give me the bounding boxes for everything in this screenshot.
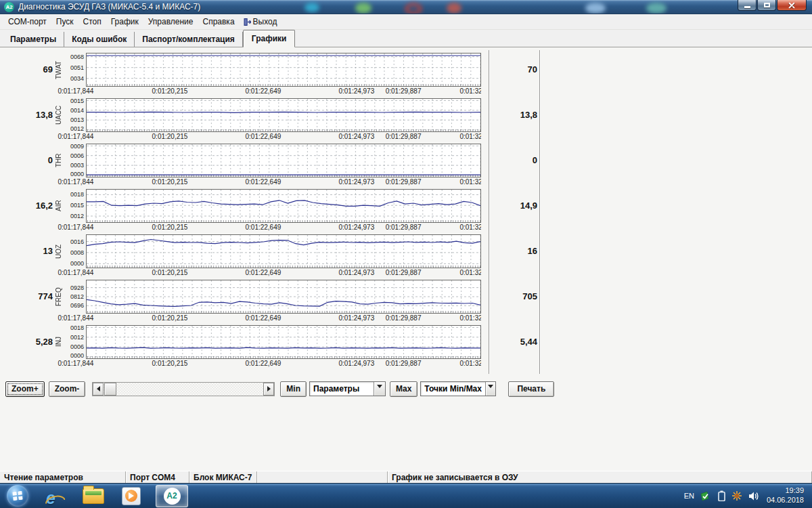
glass-blob bbox=[646, 3, 667, 14]
chart-y-ticks: 0018001200060000 bbox=[64, 325, 86, 359]
chart-axis-name: UACC bbox=[53, 98, 64, 132]
menu-item-start[interactable]: Пуск bbox=[51, 16, 78, 28]
window-controls bbox=[737, 0, 807, 11]
right-arrow-icon bbox=[267, 386, 273, 391]
file-explorer-icon[interactable] bbox=[83, 488, 104, 504]
combo-dropdown-button[interactable] bbox=[485, 382, 495, 396]
status-bar: Чтение параметровПорт COM4Блок МИКАС-7Гр… bbox=[0, 471, 812, 483]
chart-plot[interactable] bbox=[86, 144, 481, 177]
parameters-combo[interactable]: Параметры bbox=[309, 381, 386, 396]
chart-x-labels: 0:01:17,8440:01:20,2150:01:22,6490:01:24… bbox=[55, 177, 481, 186]
check-badge-icon[interactable] bbox=[700, 491, 712, 501]
chart-plot-column: 0:01:17,8440:01:20,2150:01:22,6490:01:24… bbox=[86, 280, 481, 325]
print-button[interactable]: Печать bbox=[508, 381, 554, 397]
titlebar: A2 Диагностика ЭСУД ГАЗ (МИКАС-5.4 и МИК… bbox=[0, 0, 812, 14]
chart-current-value-right: 16 bbox=[506, 246, 537, 256]
clock[interactable]: 19:39 04.06.2018 bbox=[767, 486, 804, 505]
chart-y-ticks: 006800510034 bbox=[64, 53, 86, 87]
chart-x-labels: 0:01:17,8440:01:20,2150:01:22,6490:01:24… bbox=[55, 268, 481, 277]
left-arrow-icon bbox=[94, 386, 100, 391]
volume-icon[interactable] bbox=[748, 491, 761, 501]
chart-plot[interactable] bbox=[86, 98, 481, 132]
start-button[interactable] bbox=[7, 485, 28, 507]
internet-explorer-icon[interactable]: e bbox=[46, 490, 65, 502]
chart-x-labels: 0:01:17,8440:01:20,2150:01:22,6490:01:24… bbox=[55, 359, 481, 368]
chart-axis-name: INJ bbox=[53, 325, 64, 359]
chart-plot-column: 0:01:17,8440:01:20,2150:01:22,6490:01:24… bbox=[86, 144, 481, 189]
chart-current-value-left: 16,2 bbox=[0, 189, 53, 234]
parameters-combo-value: Параметры bbox=[310, 384, 374, 394]
menu-item-control[interactable]: Управление bbox=[143, 16, 198, 28]
maximize-icon bbox=[764, 3, 770, 7]
chart-y-ticks: 001600080000 bbox=[64, 234, 86, 268]
chart-row-inj: 5,28INJ00180012000600000:01:17,8440:01:2… bbox=[0, 325, 812, 371]
chart-current-value-right: 5,44 bbox=[506, 337, 537, 347]
chart-plot-column: 0:01:17,8440:01:20,2150:01:22,6490:01:24… bbox=[86, 325, 481, 371]
combo-dropdown-button[interactable] bbox=[374, 382, 385, 396]
chart-plot-column: 0:01:17,8440:01:20,2150:01:22,6490:01:24… bbox=[86, 234, 481, 280]
glass-blob bbox=[585, 3, 606, 14]
tab-passport[interactable]: Паспорт/комплектация bbox=[135, 32, 243, 47]
minimize-icon bbox=[744, 6, 750, 8]
chart-plot[interactable] bbox=[86, 189, 481, 223]
window-title: Диагностика ЭСУД ГАЗ (МИКАС-5.4 и МИКАС-… bbox=[18, 2, 200, 12]
spark-icon[interactable] bbox=[731, 490, 742, 501]
menu-item-exit[interactable]: Выход bbox=[240, 16, 281, 28]
scroll-right-button[interactable] bbox=[263, 383, 274, 396]
chart-current-value-right: 14,9 bbox=[506, 200, 537, 211]
points-combo-value: Точки Min/Max bbox=[421, 384, 485, 394]
windows-start-orb-icon bbox=[12, 490, 23, 501]
chart-axis-name: AIR bbox=[53, 189, 64, 223]
chart-current-value-right: 0 bbox=[506, 155, 537, 165]
maximize-button[interactable] bbox=[757, 0, 776, 11]
chart-x-labels: 0:01:17,8440:01:20,2150:01:22,6490:01:24… bbox=[55, 87, 481, 96]
tab-parameters[interactable]: Параметры bbox=[3, 32, 64, 47]
battery-icon[interactable] bbox=[718, 490, 725, 501]
language-indicator[interactable]: EN bbox=[684, 492, 694, 500]
clock-date: 04.06.2018 bbox=[767, 496, 804, 505]
exit-door-icon bbox=[244, 18, 251, 26]
chart-current-value-right: 705 bbox=[506, 291, 537, 301]
chart-current-value-left: 69 bbox=[0, 53, 53, 98]
media-player-icon[interactable] bbox=[122, 487, 141, 505]
chart-y-ticks: 092808120696 bbox=[64, 280, 86, 314]
horizontal-scrollbar[interactable] bbox=[92, 382, 275, 396]
status-segment-graph-ram-warning: График не записывается в ОЗУ bbox=[388, 471, 812, 483]
a2-app-icon: A2 bbox=[164, 488, 181, 505]
chart-plot[interactable] bbox=[86, 53, 481, 87]
chart-row-air: 16,2AIR0018001500120:01:17,8440:01:20,21… bbox=[0, 189, 812, 234]
menu-item-com-port[interactable]: СОМ-порт bbox=[3, 16, 51, 28]
tab-graphs[interactable]: Графики bbox=[243, 30, 296, 47]
points-minmax-combo[interactable]: Точки Min/Max bbox=[420, 381, 496, 396]
app-icon: A2 bbox=[4, 2, 14, 12]
chart-plot[interactable] bbox=[86, 325, 481, 359]
minimize-button[interactable] bbox=[738, 0, 757, 11]
chart-plot[interactable] bbox=[86, 234, 481, 268]
zoom-out-button[interactable]: Zoom- bbox=[49, 381, 86, 397]
chart-current-value-left: 13,8 bbox=[0, 98, 53, 144]
chart-plot[interactable] bbox=[86, 280, 481, 314]
status-segment-reading-status: Чтение параметров bbox=[0, 471, 126, 483]
menu-item-stop[interactable]: Стоп bbox=[78, 16, 106, 28]
zoom-in-button[interactable]: Zoom+ bbox=[5, 381, 45, 397]
scrollbar-track[interactable] bbox=[104, 383, 263, 396]
client-area: 69TWAT0068005100340:01:17,8440:01:20,215… bbox=[0, 47, 812, 471]
charts-panel: 69TWAT0068005100340:01:17,8440:01:20,215… bbox=[0, 47, 812, 371]
clock-time: 19:39 bbox=[767, 486, 804, 496]
scroll-left-button[interactable] bbox=[93, 383, 104, 396]
tab-error-codes[interactable]: Коды ошибок bbox=[64, 32, 135, 47]
menu-item-graph[interactable]: График bbox=[106, 16, 143, 28]
taskbar-app-a2[interactable]: A2 bbox=[156, 485, 188, 507]
chevron-down-icon bbox=[377, 385, 382, 391]
status-segment-ecu-block: Блок МИКАС-7 bbox=[189, 471, 257, 483]
close-button[interactable] bbox=[777, 0, 807, 11]
min-button[interactable]: Min bbox=[280, 381, 307, 397]
scrollbar-thumb[interactable] bbox=[104, 383, 116, 396]
chart-row-uoz: 13UOZ0016000800000:01:17,8440:01:20,2150… bbox=[0, 234, 812, 280]
max-button[interactable]: Max bbox=[390, 381, 418, 397]
chart-row-freq: 774FREQ0928081206960:01:17,8440:01:20,21… bbox=[0, 280, 812, 325]
chart-current-value-left: 5,28 bbox=[0, 325, 53, 371]
chart-plot-column: 0:01:17,8440:01:20,2150:01:22,6490:01:24… bbox=[86, 189, 481, 234]
glass-blob bbox=[447, 3, 461, 14]
menu-item-help[interactable]: Справка bbox=[198, 16, 239, 28]
